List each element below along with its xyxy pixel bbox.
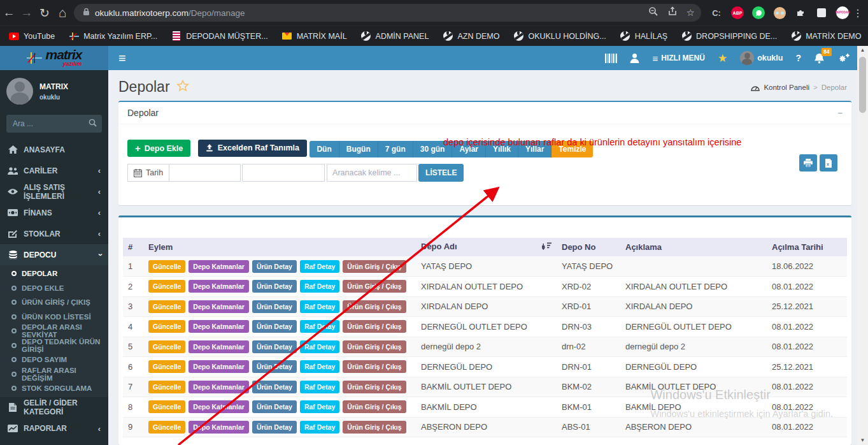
page-scrollbar[interactable]: ▲ ▼ xyxy=(857,46,868,445)
action-depo-katmanlar-button[interactable]: Depo Katmanlar xyxy=(189,340,249,353)
export-excel-button[interactable]: x xyxy=(820,154,837,171)
action-raf-detay-button[interactable]: Raf Detay xyxy=(300,381,339,393)
action--r-n-detay-button[interactable]: Ürün Detay xyxy=(252,300,297,313)
filter-button-bug-n[interactable]: Bugün xyxy=(339,141,378,157)
action--r-n-detay-button[interactable]: Ürün Detay xyxy=(252,421,297,434)
action-g-ncelle-button[interactable]: Güncelle xyxy=(148,260,185,273)
sidebar-search-input[interactable] xyxy=(6,115,83,133)
action-g-ncelle-button[interactable]: Güncelle xyxy=(148,421,185,434)
action-raf-detay-button[interactable]: Raf Detay xyxy=(300,320,339,333)
action--r-n-giri-k--button[interactable]: Ürün Giriş / Çıkış xyxy=(343,260,406,273)
url-text[interactable]: okuklu.matrixotoerp.com/Depo/manage xyxy=(95,8,245,18)
back-icon[interactable]: ← xyxy=(0,6,18,20)
home-icon[interactable]: ⌂ xyxy=(53,5,71,20)
action-raf-detay-button[interactable]: Raf Detay xyxy=(300,260,339,273)
print-button[interactable] xyxy=(799,154,817,171)
action--r-n-detay-button[interactable]: Ürün Detay xyxy=(252,320,297,333)
action-depo-katmanlar-button[interactable]: Depo Katmanlar xyxy=(189,360,249,373)
barcode-icon[interactable] xyxy=(605,54,617,63)
filter-button-7-g-n[interactable]: 7 gün xyxy=(378,141,413,157)
bookmark-item[interactable]: HALİLAŞ xyxy=(620,31,667,41)
action--r-n-giri-k--button[interactable]: Ürün Giriş / Çıkış xyxy=(343,400,406,413)
user-menu[interactable]: okuklu xyxy=(740,51,783,65)
date-start-input[interactable] xyxy=(169,164,241,182)
scrollbar-thumb[interactable] xyxy=(859,57,866,113)
sidebar-subitem--r-n-kod-li-stesi-[interactable]: ÜRÜN KOD LİSTESİ xyxy=(0,310,108,325)
column-header-depo-ad-[interactable]: Depo Adı xyxy=(416,238,557,256)
tab-group-icon[interactable] xyxy=(817,8,826,17)
action-depo-katmanlar-button[interactable]: Depo Katmanlar xyxy=(189,421,249,434)
help-button[interactable]: ? xyxy=(795,53,801,63)
forward-icon[interactable]: → xyxy=(18,6,36,20)
action-raf-detay-button[interactable]: Raf Detay xyxy=(300,340,339,353)
sidebar-subitem-depolar-arasi-sevki-yat[interactable]: DEPOLAR ARASI SEVKİYAT xyxy=(0,324,108,339)
action-depo-katmanlar-button[interactable]: Depo Katmanlar xyxy=(189,260,249,273)
bookmark-star-icon[interactable]: ☆ xyxy=(687,7,695,18)
scroll-down-icon[interactable]: ▼ xyxy=(860,436,865,445)
address-bar[interactable]: okuklu.matrixotoerp.com/Depo/manage ☆ xyxy=(74,4,701,22)
action-depo-katmanlar-button[interactable]: Depo Katmanlar xyxy=(189,300,249,313)
bookmark-item[interactable]: YouTube xyxy=(9,31,55,41)
brand-logo[interactable]: matrix yazılım xyxy=(0,46,108,70)
scroll-up-icon[interactable]: ▲ xyxy=(860,46,865,55)
sidebar-item-geli-r-gi-der-kategori-[interactable]: GELİR / GİDER KATEGORİ xyxy=(0,397,108,418)
keyword-search-input[interactable] xyxy=(327,164,417,182)
action-depo-katmanlar-button[interactable]: Depo Katmanlar xyxy=(189,381,249,393)
action--r-n-detay-button[interactable]: Ürün Detay xyxy=(252,400,297,413)
bookmark-item[interactable]: Matrix Yazılım ERP... xyxy=(69,31,157,41)
action-raf-detay-button[interactable]: Raf Detay xyxy=(300,360,339,373)
bookmark-item[interactable]: MATRİX MAİL xyxy=(282,31,347,41)
action--r-n-detay-button[interactable]: Ürün Detay xyxy=(252,340,297,353)
action--r-n-giri-k--button[interactable]: Ürün Giriş / Çıkış xyxy=(343,421,406,434)
reload-icon[interactable]: ↻ xyxy=(36,6,53,20)
page-favorite-star-icon[interactable] xyxy=(176,80,189,94)
action-g-ncelle-button[interactable]: Güncelle xyxy=(148,320,185,333)
action-raf-detay-button[interactable]: Raf Detay xyxy=(300,400,339,413)
sidebar-item-g-revler[interactable]: GÖREVLER xyxy=(0,439,108,445)
column-header-depo-no[interactable]: Depo No xyxy=(557,238,620,256)
sidebar-item-fi-nans[interactable]: FİNANS‹ xyxy=(0,202,108,223)
sort-amount-icon[interactable] xyxy=(542,242,551,252)
filter-button-d-n[interactable]: Dün xyxy=(309,141,339,157)
action--r-n-giri-k--button[interactable]: Ürün Giriş / Çıkış xyxy=(343,340,406,353)
sidebar-item-cari-ler[interactable]: CARİLER‹ xyxy=(0,160,108,181)
depo-ekle-button[interactable]: +Depo Ekle xyxy=(127,140,190,157)
sidebar-subitem-depolar[interactable]: DEPOLAR xyxy=(0,266,108,281)
action-raf-detay-button[interactable]: Raf Detay xyxy=(300,421,339,434)
sidebar-item-ali-sati-i-lemleri-[interactable]: ALIŞ SATIŞ İŞLEMLERİ‹ xyxy=(0,181,108,202)
action-raf-detay-button[interactable]: Raf Detay xyxy=(300,300,339,313)
sidebar-subitem-depo-sayim[interactable]: DEPO SAYIM xyxy=(0,353,108,367)
action-g-ncelle-button[interactable]: Güncelle xyxy=(148,360,185,373)
profile-emoji-icon[interactable] xyxy=(774,7,786,19)
colorzilla-icon[interactable]: C: xyxy=(710,6,723,19)
whatsapp-icon[interactable] xyxy=(752,6,765,19)
quick-menu-button[interactable]: ≡HIZLI MENÜ xyxy=(652,53,704,64)
sidebar-subitem-depo-ekle[interactable]: DEPO EKLE xyxy=(0,281,108,296)
action-g-ncelle-button[interactable]: Güncelle xyxy=(148,381,185,393)
sidebar-item-anasayfa[interactable]: ANASAYFA xyxy=(0,139,108,160)
user-quick-icon[interactable] xyxy=(630,53,639,63)
action-raf-detay-button[interactable]: Raf Detay xyxy=(300,280,339,293)
action-g-ncelle-button[interactable]: Güncelle xyxy=(148,340,185,353)
sidebar-subitem--r-n-gi-ri-iki-[interactable]: ÜRÜN GİRİŞ / ÇIKIŞ xyxy=(0,295,108,310)
action--r-n-giri-k--button[interactable]: Ürün Giriş / Çıkış xyxy=(343,381,406,393)
bookmark-item[interactable]: DEPODAN MÜŞTER... xyxy=(171,31,268,41)
sidebar-subitem-raflar-arasi-de-i-i-m[interactable]: RAFLAR ARASI DEĞİŞİM xyxy=(0,367,108,382)
action-g-ncelle-button[interactable]: Güncelle xyxy=(148,300,185,313)
sidebar-subitem-depo-tedari-k-r-n-gi-ri-i-[interactable]: DEPO TEDARİK ÜRÜN GİRİŞİ xyxy=(0,339,108,353)
zoom-page-icon[interactable] xyxy=(648,6,658,19)
column-header-a-lma-tarihi[interactable]: Açılma Tarihi xyxy=(767,238,847,256)
listele-button[interactable]: LİSTELE xyxy=(418,164,464,182)
column-header-eylem[interactable]: Eylem xyxy=(143,238,416,256)
action--r-n-giri-k--button[interactable]: Ürün Giriş / Çıkış xyxy=(343,280,406,293)
action--r-n-detay-button[interactable]: Ürün Detay xyxy=(252,260,297,273)
favorites-star-icon[interactable]: ★ xyxy=(718,52,727,65)
column-header-a-klama[interactable]: Açıklama xyxy=(620,238,767,256)
action--r-n-detay-button[interactable]: Ürün Detay xyxy=(252,280,297,293)
sidebar-item-stoklar[interactable]: STOKLAR‹ xyxy=(0,223,108,244)
browser-menu-icon[interactable]: ⋮ xyxy=(853,7,863,19)
sidebar-toggle-icon[interactable]: ≡ xyxy=(108,46,136,70)
depodan-logo-icon[interactable]: DEPODAN xyxy=(836,6,849,19)
breadcrumb-root[interactable]: Kontrol Paneli xyxy=(764,84,809,91)
sidebar-item-depocu[interactable]: DEPOCU‹ xyxy=(0,244,108,265)
